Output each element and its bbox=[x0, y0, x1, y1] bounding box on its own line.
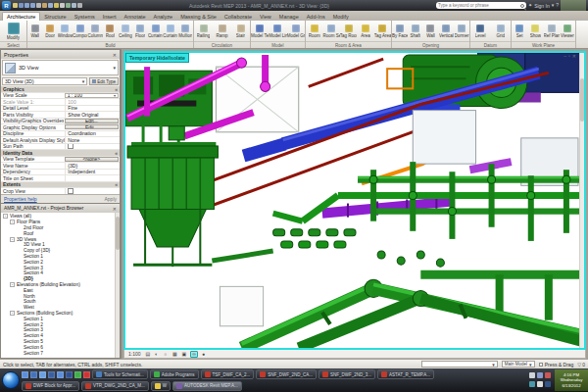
save-icon[interactable] bbox=[19, 3, 24, 8]
ribbon-button[interactable]: Column bbox=[87, 21, 102, 41]
visual-style-icon[interactable]: ◐ bbox=[154, 352, 159, 357]
ribbon-button[interactable]: Tag Area bbox=[374, 21, 391, 41]
ribbon-button[interactable]: Room bbox=[306, 21, 322, 41]
ribbon-button[interactable]: Curtain Grid bbox=[163, 21, 177, 41]
property-value[interactable]: Edit... bbox=[65, 119, 119, 123]
default-3d-view-icon[interactable] bbox=[66, 3, 71, 8]
close-icon[interactable]: ✕ bbox=[572, 54, 576, 59]
selection-filter[interactable]: ▽0 bbox=[577, 362, 585, 368]
ribbon-tab[interactable]: Structure bbox=[40, 13, 70, 21]
property-value[interactable]: None bbox=[65, 137, 120, 143]
property-value[interactable]: Independent bbox=[65, 170, 120, 175]
tree-expander-icon[interactable]: - bbox=[10, 220, 15, 224]
temporary-hide-isolate-icon[interactable]: ∞ bbox=[190, 351, 198, 358]
tree-expander-icon[interactable] bbox=[17, 231, 22, 236]
restore-icon[interactable]: ▫ bbox=[568, 54, 570, 59]
pinned-app-2[interactable] bbox=[30, 371, 37, 378]
ribbon-button[interactable]: Ramp bbox=[213, 21, 231, 41]
tray-icon-2[interactable] bbox=[537, 372, 543, 378]
detail-level-icon[interactable]: ▤ bbox=[145, 352, 152, 357]
ribbon-tab[interactable]: Analyze bbox=[150, 13, 177, 21]
ribbon-button[interactable]: Component bbox=[73, 21, 87, 41]
tree-expander-icon[interactable] bbox=[17, 351, 22, 356]
ribbon-button[interactable]: Roof bbox=[103, 21, 118, 41]
ribbon-tab[interactable]: Architecture bbox=[2, 12, 40, 21]
ribbon-button[interactable]: Show bbox=[527, 21, 543, 41]
press-drag-toggle[interactable]: Press & Drag bbox=[539, 362, 574, 368]
property-value[interactable]: {3D} bbox=[65, 163, 120, 169]
undo-icon[interactable] bbox=[24, 3, 29, 8]
taskbar-window-button[interactable]: W bbox=[151, 381, 171, 391]
tree-expander-icon[interactable] bbox=[17, 254, 22, 259]
taskbar-window-button[interactable]: TSF_DWF_CA_2... bbox=[201, 369, 255, 379]
tray-icon-3[interactable] bbox=[545, 372, 551, 378]
property-value[interactable]: Show Original bbox=[65, 112, 120, 118]
tree-expander-icon[interactable]: - bbox=[10, 282, 15, 287]
minimize-icon[interactable]: – bbox=[564, 54, 566, 59]
shadows-icon[interactable]: ▦ bbox=[172, 352, 178, 357]
tray-icon-1[interactable] bbox=[529, 372, 535, 378]
property-value[interactable] bbox=[65, 144, 120, 150]
pinned-app-1[interactable] bbox=[22, 371, 28, 378]
ribbon-tab[interactable]: Systems bbox=[71, 13, 99, 21]
sun-path-icon[interactable]: ☼ bbox=[162, 352, 169, 357]
tree-expander-icon[interactable] bbox=[17, 288, 22, 293]
tree-expander-icon[interactable] bbox=[17, 276, 22, 281]
edit-type-button[interactable]: Edit Type bbox=[89, 77, 119, 85]
thin-lines-icon[interactable] bbox=[77, 3, 82, 8]
ribbon-button[interactable]: Area bbox=[357, 21, 373, 41]
start-button[interactable] bbox=[2, 371, 20, 389]
ribbon-button[interactable]: Tag Room bbox=[340, 21, 357, 41]
tree-expander-icon[interactable] bbox=[17, 322, 22, 327]
text-icon[interactable] bbox=[60, 3, 65, 8]
tray-icon-5[interactable] bbox=[537, 381, 543, 387]
search-input[interactable] bbox=[438, 3, 519, 8]
ribbon-tab[interactable]: Collaborate bbox=[220, 13, 256, 21]
ribbon-button[interactable]: Grid bbox=[491, 21, 512, 41]
tree-expander-icon[interactable] bbox=[17, 270, 22, 275]
tag-icon[interactable] bbox=[54, 3, 59, 8]
measure-icon[interactable] bbox=[42, 3, 47, 8]
ribbon-tab[interactable]: Manage bbox=[275, 13, 303, 21]
property-value[interactable]: Edit... bbox=[65, 124, 119, 129]
ribbon-tab[interactable]: Modify bbox=[329, 13, 353, 21]
type-selector[interactable]: 3D View▾ bbox=[2, 60, 119, 75]
tree-expander-icon[interactable]: - bbox=[10, 237, 15, 242]
crop-view-icon[interactable]: ▣ bbox=[181, 352, 188, 357]
pinned-app-5[interactable] bbox=[57, 371, 64, 378]
tree-expander-icon[interactable] bbox=[17, 225, 22, 230]
checkbox-icon[interactable] bbox=[539, 363, 543, 367]
scrollbar-thumb[interactable] bbox=[580, 78, 584, 122]
tree-expander-icon[interactable] bbox=[17, 339, 22, 344]
ribbon-button[interactable]: Stair bbox=[231, 21, 250, 41]
ribbon-tab[interactable]: Annotate bbox=[121, 13, 150, 21]
ribbon-button[interactable]: Model Text bbox=[251, 21, 269, 41]
ribbon-button[interactable]: Viewer bbox=[560, 21, 575, 41]
3d-view-canvas[interactable]: Temporary Hide/Isolate –▫✕ bbox=[123, 51, 586, 350]
ribbon-button[interactable]: Ref Plane bbox=[544, 21, 560, 41]
ribbon-button[interactable]: Dormer bbox=[454, 21, 469, 41]
property-value[interactable]: 1 : 100 bbox=[65, 93, 119, 98]
ribbon-button[interactable]: Room Separator bbox=[322, 21, 339, 41]
tree-expander-icon[interactable] bbox=[17, 299, 22, 304]
property-value[interactable]: 100 bbox=[65, 99, 120, 105]
pinned-app-3[interactable] bbox=[39, 371, 46, 378]
pinned-app-8[interactable] bbox=[83, 371, 90, 378]
scrollbar-thumb[interactable] bbox=[116, 217, 120, 250]
reveal-hidden-icon[interactable]: ● bbox=[201, 352, 206, 357]
tree-expander-icon[interactable] bbox=[17, 327, 22, 332]
taskbar-window-button[interactable]: ASTAT_R_TEMP.A... bbox=[377, 369, 434, 379]
close-icon[interactable]: ✕ bbox=[113, 206, 117, 212]
taskbar-window-button[interactable]: Adobe Programs bbox=[150, 369, 199, 379]
ribbon-button[interactable]: Modify bbox=[0, 21, 26, 41]
property-value[interactable]: Fine bbox=[65, 106, 120, 112]
pinned-app-4[interactable] bbox=[48, 371, 55, 378]
tree-expander-icon[interactable] bbox=[17, 305, 22, 310]
browser-tree-item[interactable]: Section 7 bbox=[1, 350, 120, 356]
ribbon-button[interactable]: Shaft bbox=[408, 21, 423, 41]
ribbon-button[interactable]: Door bbox=[42, 21, 57, 41]
view-selector-combo[interactable]: 3D View (3D)▾ bbox=[2, 77, 87, 85]
property-value[interactable] bbox=[65, 175, 120, 181]
print-icon[interactable] bbox=[36, 3, 41, 8]
infocenter-search[interactable] bbox=[436, 2, 526, 9]
